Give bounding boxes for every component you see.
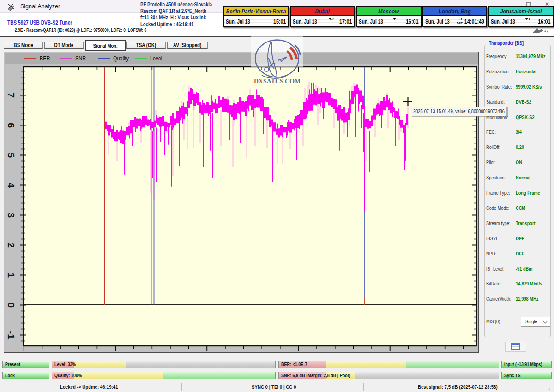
- svg-text:DXSATCS.COM: DXSATCS.COM: [254, 77, 301, 85]
